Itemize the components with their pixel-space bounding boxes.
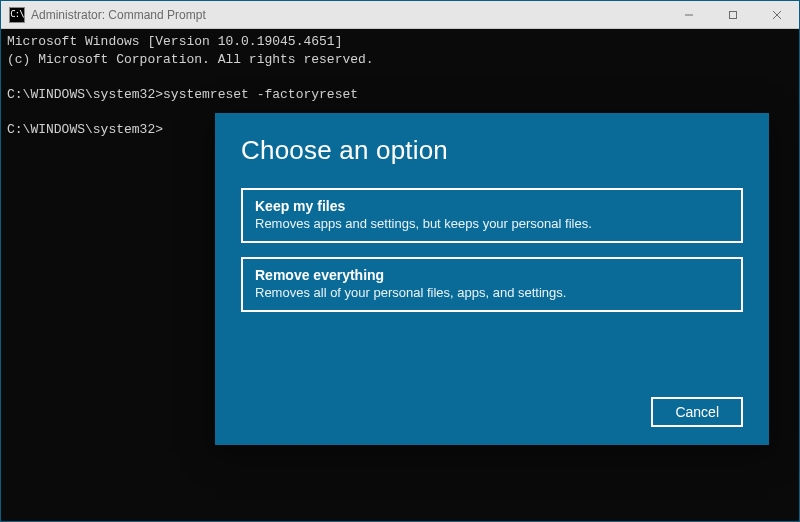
close-button[interactable] xyxy=(755,1,799,29)
console-line: C:\WINDOWS\system32> xyxy=(7,122,163,137)
option-title: Keep my files xyxy=(255,198,729,214)
cancel-button[interactable]: Cancel xyxy=(651,397,743,427)
titlebar[interactable]: C:\ Administrator: Command Prompt xyxy=(1,1,799,29)
cmd-icon-text: C:\ xyxy=(10,10,23,19)
option-title: Remove everything xyxy=(255,267,729,283)
reset-dialog: Choose an option Keep my files Removes a… xyxy=(215,113,769,445)
maximize-button[interactable] xyxy=(711,1,755,29)
option-keep-my-files[interactable]: Keep my files Removes apps and settings,… xyxy=(241,188,743,243)
window-title: Administrator: Command Prompt xyxy=(31,8,667,22)
maximize-icon xyxy=(728,10,738,20)
minimize-button[interactable] xyxy=(667,1,711,29)
close-icon xyxy=(772,10,782,20)
dialog-footer: Cancel xyxy=(241,397,743,427)
console-line: (c) Microsoft Corporation. All rights re… xyxy=(7,52,374,67)
console-line: C:\WINDOWS\system32>systemreset -factory… xyxy=(7,87,358,102)
option-description: Removes all of your personal files, apps… xyxy=(255,285,729,300)
svg-rect-1 xyxy=(730,12,737,19)
option-remove-everything[interactable]: Remove everything Removes all of your pe… xyxy=(241,257,743,312)
dialog-heading: Choose an option xyxy=(241,135,743,166)
cmd-icon: C:\ xyxy=(9,7,25,23)
option-description: Removes apps and settings, but keeps you… xyxy=(255,216,729,231)
minimize-icon xyxy=(684,10,694,20)
console-line: Microsoft Windows [Version 10.0.19045.46… xyxy=(7,34,342,49)
command-prompt-window: C:\ Administrator: Command Prompt Micros… xyxy=(0,0,800,522)
window-controls xyxy=(667,1,799,28)
